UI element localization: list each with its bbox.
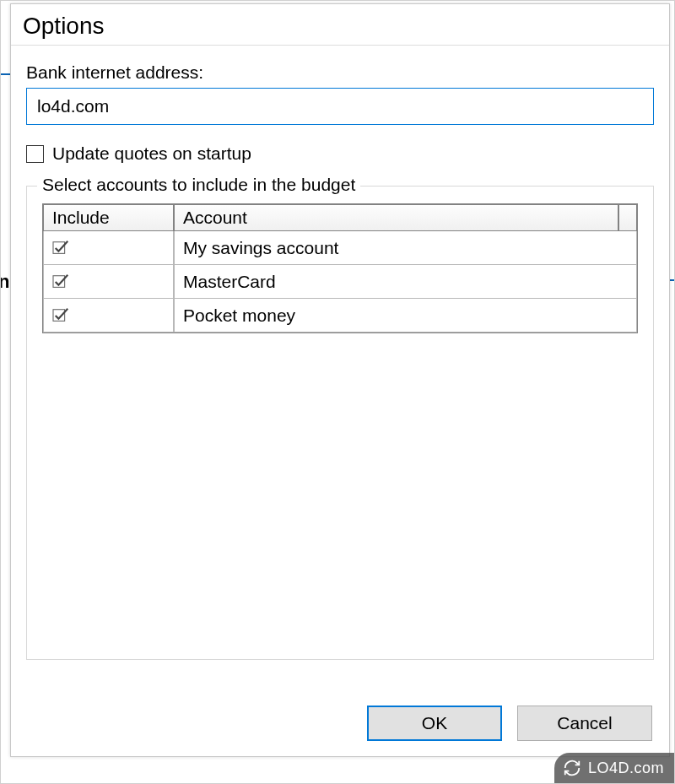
- watermark-text: LO4D.com: [588, 760, 664, 777]
- background-text-fragment: n: [0, 271, 9, 293]
- dialog-titlebar[interactable]: Options: [11, 4, 669, 46]
- update-quotes-row[interactable]: Update quotes on startup: [26, 143, 654, 164]
- accounts-groupbox: Select accounts to include in the budget…: [26, 186, 654, 660]
- account-cell[interactable]: Pocket money: [174, 299, 637, 333]
- include-cell[interactable]: [43, 265, 174, 299]
- include-cell[interactable]: [43, 299, 174, 333]
- watermark: LO4D.com: [554, 753, 674, 783]
- accounts-table: Include Account My savings accountMaster…: [42, 203, 638, 333]
- col-header-account[interactable]: Account: [174, 204, 618, 231]
- include-cell[interactable]: [43, 231, 174, 265]
- dialog-button-row: OK Cancel: [367, 706, 652, 741]
- account-cell[interactable]: My savings account: [174, 231, 637, 265]
- options-dialog: Options Bank internet address: Update qu…: [10, 3, 670, 757]
- update-quotes-label: Update quotes on startup: [52, 143, 251, 164]
- dialog-title: Options: [23, 13, 657, 40]
- checkmark-icon[interactable]: [52, 273, 71, 290]
- accounts-groupbox-legend: Select accounts to include in the budget: [37, 175, 360, 195]
- cancel-button[interactable]: Cancel: [517, 706, 652, 741]
- checkmark-icon[interactable]: [52, 240, 71, 257]
- table-row[interactable]: My savings account: [43, 231, 637, 265]
- checkmark-icon[interactable]: [52, 307, 71, 324]
- bank-address-input[interactable]: [26, 88, 654, 125]
- account-cell[interactable]: MasterCard: [174, 265, 637, 299]
- dialog-body: Bank internet address: Update quotes on …: [11, 46, 669, 660]
- col-header-filler: [618, 204, 637, 231]
- refresh-icon: [563, 759, 581, 777]
- table-row[interactable]: Pocket money: [43, 299, 637, 333]
- ok-button[interactable]: OK: [367, 706, 502, 741]
- address-label: Bank internet address:: [26, 62, 654, 83]
- update-quotes-checkbox[interactable]: [26, 145, 44, 163]
- table-header-row: Include Account: [43, 204, 637, 231]
- col-header-include[interactable]: Include: [43, 204, 174, 231]
- table-row[interactable]: MasterCard: [43, 265, 637, 299]
- parent-window: n Options Bank internet address: Update …: [0, 0, 675, 784]
- table-body: My savings accountMasterCardPocket money: [43, 231, 637, 333]
